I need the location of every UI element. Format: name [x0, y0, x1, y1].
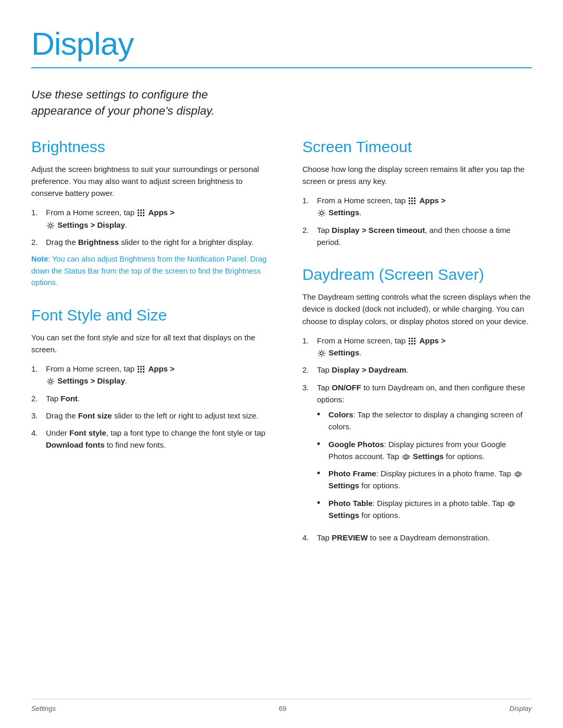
brightness-steps: 1. From a Home screen, tap	[31, 206, 271, 248]
svg-line-17	[48, 227, 48, 228]
brightness-step-1: 1. From a Home screen, tap	[31, 206, 271, 231]
svg-line-33	[53, 384, 53, 384]
daydream-section: Daydream (Screen Saver) The Daydream set…	[302, 266, 532, 544]
svg-line-52	[324, 211, 324, 211]
svg-rect-38	[414, 198, 415, 199]
bullet-photo-frame: • Photo Frame: Display pictures in a pho…	[317, 467, 532, 492]
settings-display-label-2: Settings > Display	[57, 376, 125, 385]
timeout-step-2: 2. Tap Display > Screen timeout, and the…	[302, 224, 532, 249]
daydream-step-4-content: Tap PREVIEW to see a Daydream demonstrat…	[317, 532, 532, 544]
svg-rect-19	[140, 366, 142, 367]
svg-rect-0	[138, 209, 139, 211]
timeout-step-num-2: 2.	[302, 224, 313, 249]
apps-grid-icon-4	[408, 337, 417, 345]
apps-label-2: Apps >	[148, 364, 174, 373]
svg-rect-21	[138, 368, 139, 370]
gear-icon-1	[402, 452, 410, 461]
daydream-steps: 1. From a Home screen, tap	[302, 335, 532, 544]
svg-rect-20	[143, 366, 144, 367]
step-1-content: From a Home screen, tap	[46, 206, 271, 231]
display-screen-timeout-bold: Display > Screen timeout	[332, 226, 425, 235]
svg-rect-26	[143, 371, 144, 373]
settings-label-gear-1: Settings	[413, 452, 444, 461]
footer-page-number: 69	[279, 705, 286, 712]
svg-point-63	[320, 352, 323, 355]
apps-label-3: Apps >	[419, 196, 445, 205]
svg-line-71	[319, 355, 320, 356]
svg-rect-3	[138, 212, 139, 214]
bullet-dot-1: •	[317, 409, 324, 421]
svg-rect-1	[140, 209, 142, 211]
svg-rect-55	[411, 338, 413, 339]
bullet-google-photos: • Google Photos: Display pictures from y…	[317, 438, 532, 463]
svg-rect-25	[140, 371, 142, 373]
svg-rect-40	[411, 200, 413, 202]
font-step-num-4: 4.	[31, 427, 42, 451]
page-footer: Settings 69 Display	[31, 699, 532, 712]
svg-rect-37	[411, 198, 413, 199]
settings-label-gear-2: Settings	[328, 481, 359, 490]
bullet-photo-table-text: Photo Table: Display pictures in a photo…	[328, 497, 532, 522]
svg-rect-44	[414, 203, 415, 204]
font-step-num-2: 2.	[31, 392, 42, 404]
font-size-bold: Font size	[78, 411, 112, 420]
font-step-1: 1. From a Home screen, tap	[31, 363, 271, 387]
brightness-section: Brightness Adjust the screen brightness …	[31, 138, 271, 289]
photo-table-bold: Photo Table	[328, 499, 373, 508]
gear-icon-3	[507, 499, 516, 508]
svg-rect-43	[411, 203, 413, 204]
daydream-step-num-3: 3.	[302, 381, 313, 527]
bullet-dot-2: •	[317, 438, 324, 450]
daydream-step-3: 3. Tap ON/OFF to turn Daydream on, and t…	[302, 381, 532, 527]
on-off-bold: ON/OFF	[332, 383, 361, 392]
two-col-layout: Brightness Adjust the screen brightness …	[31, 138, 532, 562]
svg-rect-41	[414, 200, 415, 202]
step-num-1: 1.	[31, 206, 42, 231]
font-step-num-3: 3.	[31, 410, 42, 422]
daydream-step-num-4: 4.	[302, 532, 313, 544]
svg-rect-58	[411, 340, 413, 342]
svg-rect-42	[409, 203, 410, 204]
settings-label-4: Settings	[328, 348, 359, 357]
font-style-body: You can set the font style and size for …	[31, 331, 271, 356]
apps-grid-icon	[137, 208, 145, 217]
svg-rect-4	[140, 212, 142, 214]
font-step-3: 3. Drag the Font size slider to the left…	[31, 410, 271, 422]
daydream-body: The Daydream setting controls what the s…	[302, 291, 532, 327]
font-style-title: Font Style and Size	[31, 306, 271, 324]
brightness-step-2: 2. Drag the Brightness slider to the rig…	[31, 236, 271, 248]
daydream-step-1: 1. From a Home screen, tap	[302, 335, 532, 359]
svg-line-70	[324, 351, 324, 351]
svg-line-32	[48, 379, 48, 379]
brightness-title: Brightness	[31, 138, 271, 156]
font-style-bold: Font style	[69, 428, 106, 437]
settings-display-label-1: Settings > Display	[57, 220, 125, 229]
step-num-2: 2.	[31, 236, 42, 248]
svg-line-51	[324, 215, 324, 216]
daydream-step-3-content: Tap ON/OFF to turn Daydream on, and then…	[317, 381, 532, 527]
svg-rect-54	[409, 338, 410, 339]
svg-line-69	[324, 355, 324, 356]
svg-rect-62	[414, 343, 415, 344]
font-step-2-content: Tap Font.	[46, 392, 271, 404]
brightness-bold: Brightness	[78, 238, 119, 246]
footer-left-label: Settings	[31, 705, 56, 712]
bullet-colors: • Colors: Tap the selector to display a …	[317, 409, 532, 433]
svg-rect-56	[414, 338, 415, 339]
colors-bold: Colors	[328, 410, 353, 419]
daydream-step-4: 4. Tap PREVIEW to see a Daydream demonst…	[302, 532, 532, 544]
note-text: : You can also adjust Brightness from th…	[31, 255, 266, 287]
settings-label-gear-3: Settings	[328, 511, 359, 520]
svg-line-15	[53, 227, 53, 228]
screen-timeout-section: Screen Timeout Choose how long the displ…	[302, 138, 532, 249]
left-column: Brightness Adjust the screen brightness …	[31, 138, 271, 562]
svg-rect-36	[409, 198, 410, 199]
svg-line-53	[319, 215, 320, 216]
page-container: Display Use these settings to configure …	[0, 0, 563, 593]
bullet-photo-frame-text: Photo Frame: Display pictures in a photo…	[328, 467, 532, 492]
preview-bold: PREVIEW	[332, 533, 368, 542]
bullet-dot-4: •	[317, 497, 324, 509]
svg-rect-18	[138, 366, 139, 367]
svg-rect-2	[143, 209, 144, 211]
svg-rect-7	[140, 215, 142, 216]
